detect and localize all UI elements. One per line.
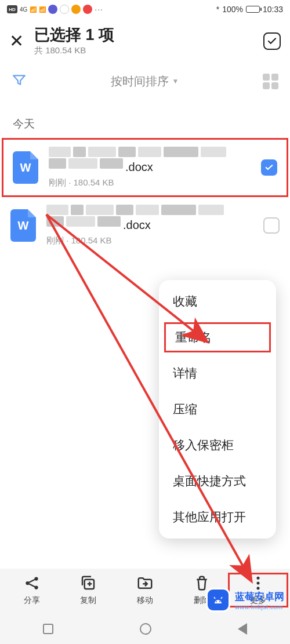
menu-compress[interactable]: 压缩 (159, 391, 276, 427)
android-icon (211, 593, 225, 607)
section-today: 今天 (0, 101, 290, 139)
svg-point-9 (216, 601, 217, 602)
checkbox[interactable] (261, 159, 277, 176)
status-left: HD 4G 📶 📶 ··· (7, 5, 103, 14)
net-type: 4G (20, 6, 27, 13)
watermark-url: www.lmkjst.com (235, 603, 284, 610)
menu-openwith[interactable]: 其他应用打开 (159, 499, 276, 535)
toolbar: 按时间排序 ▼ (0, 64, 290, 101)
battery-icon (246, 6, 260, 13)
check-icon (264, 162, 274, 173)
file-body: .docx 刚刚 · 180.54 KB (49, 147, 251, 188)
checkbox[interactable] (263, 217, 280, 234)
menu-shortcut[interactable]: 桌面快捷方式 (159, 463, 276, 499)
censored-name-2: .docx (49, 158, 251, 174)
view-grid-button[interactable] (263, 74, 278, 89)
move-button[interactable]: 移动 (117, 574, 173, 606)
file-type-icon: W (13, 151, 38, 184)
filter-button[interactable] (12, 72, 27, 90)
menu-favorite[interactable]: 收藏 (159, 283, 276, 319)
header: ✕ 已选择 1 项 共 180.54 KB (0, 19, 290, 64)
file-type-icon: W (10, 209, 36, 242)
censored-name (46, 205, 253, 215)
battery-percent: 100% (222, 5, 243, 14)
more-menu: 收藏 重命名 详情 压缩 移入保密柜 桌面快捷方式 其他应用打开 (159, 280, 276, 539)
file-ext: .docx (125, 161, 153, 174)
chevron-down-icon: ▼ (172, 77, 179, 85)
svg-line-12 (221, 597, 222, 599)
select-all-button[interactable] (263, 32, 281, 50)
share-icon (23, 574, 41, 592)
check-icon (267, 36, 277, 46)
clock: 10:33 (263, 5, 283, 14)
copy-label: 复制 (80, 595, 96, 606)
app-icon-3 (71, 5, 81, 14)
file-row[interactable]: W .docx 刚刚 · 180.54 KB (0, 197, 290, 254)
close-icon[interactable]: ✕ (9, 31, 24, 51)
menu-vault[interactable]: 移入保密柜 (159, 427, 276, 463)
header-text: 已选择 1 项 共 180.54 KB (34, 26, 253, 56)
censored-name-2: .docx (46, 216, 253, 232)
move-label: 移动 (137, 595, 153, 606)
status-bar: HD 4G 📶 📶 ··· * 100% 10:33 (0, 0, 290, 19)
page-title: 已选择 1 项 (34, 26, 253, 44)
watermark-badge (206, 588, 230, 612)
nav-bar (0, 614, 290, 644)
copy-button[interactable]: 复制 (60, 574, 117, 606)
page-subtitle: 共 180.54 KB (34, 45, 253, 56)
svg-point-10 (219, 601, 220, 602)
menu-details[interactable]: 详情 (159, 355, 276, 391)
move-icon (136, 574, 154, 592)
bluetooth-icon: * (216, 5, 219, 14)
file-body: .docx 刚刚 · 180.54 KB (46, 205, 253, 246)
censored-name (49, 147, 251, 157)
more-icons: ··· (95, 5, 103, 14)
file-ext: .docx (123, 219, 151, 232)
menu-rename[interactable]: 重命名 (161, 319, 274, 355)
watermark-title: 蓝莓安卓网 (235, 590, 284, 603)
app-icon-1 (48, 5, 57, 14)
nav-home[interactable] (140, 623, 151, 635)
copy-icon (79, 574, 97, 592)
status-right: * 100% 10:33 (216, 5, 283, 14)
nav-recent[interactable] (43, 624, 53, 634)
watermark: 蓝莓安卓网 www.lmkjst.com (206, 588, 284, 612)
svg-line-11 (214, 597, 215, 599)
app-icon-2 (60, 5, 69, 14)
signal-icon: 📶 (30, 6, 37, 13)
share-label: 分享 (24, 595, 40, 606)
hd-icon: HD (7, 5, 17, 13)
share-button[interactable]: 分享 (3, 574, 60, 606)
sort-label: 按时间排序 (111, 74, 169, 89)
file-meta: 刚刚 · 180.54 KB (49, 177, 251, 188)
nav-back[interactable] (238, 623, 247, 635)
app-icon-4 (83, 5, 92, 14)
wifi-icon: 📶 (39, 6, 46, 13)
sort-button[interactable]: 按时间排序 ▼ (111, 74, 179, 89)
file-row[interactable]: W .docx 刚刚 · 180.54 KB (2, 139, 288, 197)
svg-point-5 (257, 582, 260, 585)
svg-point-4 (257, 577, 260, 580)
filter-icon (12, 72, 27, 88)
file-meta: 刚刚 · 180.54 KB (46, 235, 253, 246)
watermark-text: 蓝莓安卓网 www.lmkjst.com (235, 590, 284, 610)
